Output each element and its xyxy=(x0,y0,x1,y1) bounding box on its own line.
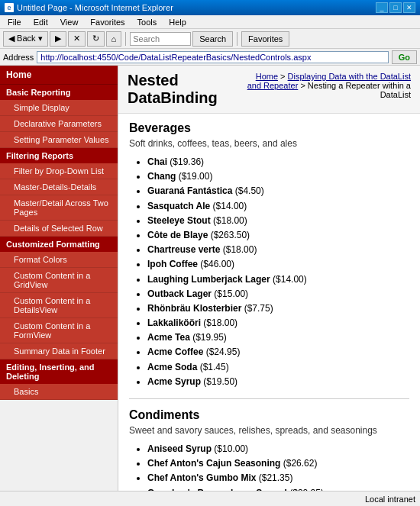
breadcrumb-sep1: > xyxy=(280,72,287,81)
search-box xyxy=(130,32,191,46)
item-name: Chef Anton's Gumbo Mix xyxy=(147,472,256,483)
item-name: Acme Coffee xyxy=(147,346,203,357)
content-body: Beverages Soft drinks, coffees, teas, be… xyxy=(118,114,420,491)
item-name: Acme Tea xyxy=(147,332,190,343)
sidebar-item-master-detail-two-pages[interactable]: Master/Detail Across Two Pages xyxy=(0,195,118,221)
item-name: Aniseed Syrup xyxy=(147,443,212,454)
browser-icon: e xyxy=(5,3,14,12)
sidebar-item-filter-dropdown[interactable]: Filter by Drop-Down List xyxy=(0,163,118,179)
sidebar-section-editing[interactable]: Editing, Inserting, and Deleting xyxy=(0,359,118,384)
sidebar-item-master-details[interactable]: Master-Details-Details xyxy=(0,179,118,195)
item-name: Côte de Blaye xyxy=(147,230,208,240)
item-name: Steeleye Stout xyxy=(147,215,211,226)
breadcrumb-current: Nesting a Repeater within a DataList xyxy=(308,81,411,99)
sidebar-item-custom-content-gridview[interactable]: Custom Content in a GridView xyxy=(0,268,118,293)
list-item: Ipoh Coffee ($46.00) xyxy=(147,257,409,272)
sidebar-item-basics[interactable]: Basics xyxy=(0,384,118,400)
item-name: Chef Anton's Cajun Seasoning xyxy=(147,458,280,469)
status-zone: Local intranet xyxy=(365,495,415,504)
breadcrumb: Home > Displaying Data with the DataList… xyxy=(243,72,411,99)
category-condiments: Condiments Sweet and savory sauces, reli… xyxy=(129,408,409,491)
list-item: Acme Syrup ($19.50) xyxy=(147,375,409,389)
list-item: Sasquatch Ale ($14.00) xyxy=(147,199,409,214)
sidebar: Home Basic Reporting Simple Display Decl… xyxy=(0,66,118,491)
category-desc-condiments: Sweet and savory sauces, relishes, sprea… xyxy=(129,425,409,436)
home-button[interactable]: ⌂ xyxy=(106,31,122,47)
main-area: Home Basic Reporting Simple Display Decl… xyxy=(0,66,420,491)
list-item: Chartreuse verte ($18.00) xyxy=(147,243,409,257)
list-item: Chang ($19.00) xyxy=(147,169,409,184)
sidebar-item-details-selected-row[interactable]: Details of Selected Row xyxy=(0,221,118,237)
page-title: Nested DataBinding xyxy=(128,72,243,107)
condiments-list: Aniseed Syrup ($10.00) Chef Anton's Caju… xyxy=(129,442,409,491)
back-button[interactable]: ◀ Back ▾ xyxy=(3,31,48,47)
list-item: Guaraná Fantástica ($4.50) xyxy=(147,184,409,198)
list-item: Acme Tea ($19.95) xyxy=(147,330,409,345)
list-item: Rhönbräu Klosterbier ($7.75) xyxy=(147,301,409,316)
sidebar-section-customized-formatting[interactable]: Customized Formatting xyxy=(0,237,118,252)
menu-file[interactable]: File xyxy=(2,17,27,27)
title-bar: e Untitled Page - Microsoft Internet Exp… xyxy=(0,0,420,15)
menu-favorites[interactable]: Favorites xyxy=(84,17,131,27)
list-item: Chai ($19.36) xyxy=(147,155,409,169)
close-button[interactable]: ✕ xyxy=(403,2,415,13)
sidebar-item-format-colors[interactable]: Format Colors xyxy=(0,252,118,268)
menu-tools[interactable]: Tools xyxy=(131,17,163,27)
sidebar-item-custom-content-formview[interactable]: Custom Content in a FormView xyxy=(0,318,118,343)
refresh-button[interactable]: ↻ xyxy=(87,31,105,47)
forward-button[interactable]: ▶ xyxy=(50,31,66,47)
category-desc-beverages: Soft drinks, coffees, teas, beers, and a… xyxy=(129,138,409,149)
sidebar-item-summary-data-footer[interactable]: Summary Data in Footer xyxy=(0,343,118,359)
separator1 xyxy=(125,32,126,46)
menu-edit[interactable]: Edit xyxy=(27,17,54,27)
minimize-button[interactable]: _ xyxy=(376,2,388,13)
go-button[interactable]: Go xyxy=(392,50,417,64)
menu-view[interactable]: View xyxy=(54,17,85,27)
breadcrumb-sep2: > xyxy=(300,81,307,90)
list-item: Lakkalikööri ($18.00) xyxy=(147,316,409,330)
item-name: Chang xyxy=(147,171,176,182)
stop-button[interactable]: ✕ xyxy=(68,31,86,47)
item-name: Lakkalikööri xyxy=(147,317,201,328)
item-name: Outback Lager xyxy=(147,288,212,299)
item-name: Chartreuse verte xyxy=(147,244,220,255)
list-item: Aniseed Syrup ($10.00) xyxy=(147,442,409,456)
toolbar: ◀ Back ▾ ▶ ✕ ↻ ⌂ Search Favorites xyxy=(0,29,420,49)
category-beverages: Beverages Soft drinks, coffees, teas, be… xyxy=(129,121,409,389)
sidebar-item-declarative-parameters[interactable]: Declarative Parameters xyxy=(0,116,118,132)
item-name: Acme Syrup xyxy=(147,376,201,387)
content-header: Nested DataBinding Home > Displaying Dat… xyxy=(118,66,420,114)
sidebar-section-filtering-reports[interactable]: Filtering Reports xyxy=(0,148,118,163)
search-input[interactable] xyxy=(130,32,191,46)
address-input[interactable] xyxy=(37,51,388,63)
list-item: Grandma's Boysenberry Spread ($30.25) xyxy=(147,486,409,491)
favorites-button[interactable]: Favorites xyxy=(241,31,289,47)
item-name: Grandma's Boysenberry Spread xyxy=(147,488,287,491)
item-name: Acme Soda xyxy=(147,362,197,372)
separator2 xyxy=(237,32,237,46)
item-name: Sasquatch Ale xyxy=(147,201,210,211)
search-button[interactable]: Search xyxy=(192,31,233,47)
menu-help[interactable]: Help xyxy=(163,17,192,27)
window-title: Untitled Page - Microsoft Internet Explo… xyxy=(17,3,173,12)
window-controls[interactable]: _ □ ✕ xyxy=(376,2,415,13)
list-item: Chef Anton's Cajun Seasoning ($26.62) xyxy=(147,456,409,471)
menu-bar: File Edit View Favorites Tools Help xyxy=(0,15,420,29)
item-name: Chai xyxy=(147,156,167,167)
list-item: Chef Anton's Gumbo Mix ($21.35) xyxy=(147,471,409,485)
sidebar-item-custom-content-detailsview[interactable]: Custom Content in a DetailsView xyxy=(0,293,118,318)
item-name: Rhönbräu Klosterbier xyxy=(147,303,241,314)
sidebar-item-setting-parameter-values[interactable]: Setting Parameter Values xyxy=(0,132,118,148)
sidebar-item-simple-display[interactable]: Simple Display xyxy=(0,100,118,116)
address-label: Address xyxy=(3,53,34,62)
list-item: Acme Coffee ($24.95) xyxy=(147,345,409,359)
status-bar: Local intranet xyxy=(0,491,420,506)
item-name: Laughing Lumberjack Lager xyxy=(147,274,270,285)
maximize-button[interactable]: □ xyxy=(389,2,402,13)
breadcrumb-home[interactable]: Home xyxy=(256,72,278,81)
beverages-list: Chai ($19.36) Chang ($19.00) Guaraná Fan… xyxy=(129,155,409,389)
address-bar: Address Go xyxy=(0,49,420,66)
sidebar-section-basic-reporting[interactable]: Basic Reporting xyxy=(0,85,118,100)
list-item: Acme Soda ($1.45) xyxy=(147,360,409,375)
sidebar-item-home[interactable]: Home xyxy=(0,66,118,85)
